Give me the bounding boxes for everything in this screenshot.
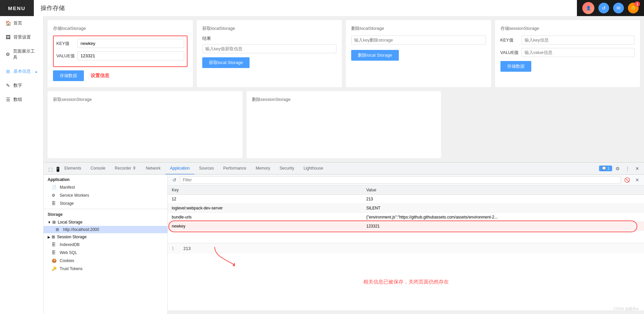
devtools-tab-icons: 💬 1 ⚙ ⋮ ✕ [599,165,641,173]
table-row[interactable]: bundle-urls {"environment.js":"https://g… [168,213,644,222]
dt-toolbar: ↺ 🚫 ✕ [168,175,644,186]
bg-icon: 🖼 [5,35,11,40]
store-session-btn[interactable]: 存储数据 [500,61,531,72]
del-session-title: 删除sessionStorage [252,97,436,103]
session-key-row: KEY值 [500,36,635,45]
dt-storage-header[interactable]: Storage [44,210,167,218]
devtools-panel: ⬚ 📱 Elements Console Recorder 🎙 Network … [44,162,644,314]
manifest-icon: 📄 [52,185,57,190]
dt-value-panel: 1 213 [168,243,644,254]
cards-section: 存储localStorage KEY值 VALUE值 存储数据 设置信息 [44,16,644,91]
row2-val: SILENT [362,204,644,212]
store-localstorage-card: 存储localStorage KEY值 VALUE值 存储数据 设置信息 [48,20,193,87]
tab-security[interactable]: Security [275,163,299,175]
mail-icon[interactable]: ✉ [613,3,624,13]
table-row-newkey[interactable]: newkey 123321 [168,222,644,231]
tab-application[interactable]: Application [165,163,195,175]
dt-indexed-db[interactable]: 🗄 IndexedDB [44,241,167,249]
key-label: KEY值 [56,41,75,47]
key-val-group: KEY值 VALUE值 [53,36,187,67]
get-key-input[interactable] [202,44,337,53]
sidebar-item-home[interactable]: 🏠 首页 [0,16,43,30]
col-val-header: Value [362,186,644,194]
clear-btn[interactable]: 🚫 [622,176,632,184]
sidebar-item-tools[interactable]: ⚙ 页面展示工具 [0,44,43,64]
notification-badge[interactable]: 😊 1 [628,3,639,13]
tab-lighthouse[interactable]: Lighthouse [299,163,328,175]
del-key-input[interactable] [351,36,486,45]
dt-localhost-item[interactable]: ⊞ http://localhost:2000 [44,226,167,233]
tab-performance[interactable]: Performance [219,163,251,175]
tab-sources[interactable]: Sources [194,163,218,175]
dt-app-title: Application [44,175,167,183]
collapse-icon: ▲ [35,70,38,73]
refresh-storage-btn[interactable]: ↺ [170,176,178,184]
device-btn[interactable]: 📱 [53,165,60,172]
tab-elements[interactable]: Elements [60,163,86,175]
sidebar-item-bg[interactable]: 🖼 背景设置 [0,30,43,44]
dt-web-sql[interactable]: 🗄 Web SQL [44,249,167,257]
badge-count: 1 [635,1,640,7]
val-input[interactable] [77,51,184,60]
dt-manifest[interactable]: 📄 Manifest [44,183,167,191]
table-row[interactable]: 12 213 [168,195,644,204]
dt-storage-item[interactable]: 🗄 Storage [44,199,167,207]
delete-btn[interactable]: ✕ [633,176,641,184]
storage-icon: 🗄 [52,201,57,206]
get-session-title: 获取sessionStorage [53,97,237,103]
row3-val: {"environment.js":"https://github.github… [362,213,644,222]
tab-memory[interactable]: Memory [251,163,275,175]
card-title-get: 获取localStorage [202,25,337,32]
close-btn[interactable]: ✕ [633,165,641,173]
row4-key: newkey [168,222,362,231]
dt-session-storage-group[interactable]: ▶ ⊞ Session Storage [44,233,167,241]
tab-network[interactable]: Network [141,163,165,175]
devtools-body: Application 📄 Manifest ⚙ Service Workers… [44,175,644,314]
inspector-btn[interactable]: ⬚ [46,165,53,172]
menu-button[interactable]: MENU [0,0,34,16]
store-data-btn[interactable]: 存储数据 [53,70,84,81]
key-row: KEY值 [56,39,184,48]
line-num: 1 [172,246,174,251]
refresh-icon[interactable]: ↺ [598,3,609,13]
tab-recorder[interactable]: Recorder 🎙 [110,163,141,175]
top-bar: MENU 操作存储 👤 ↺ ✉ 😊 1 [0,0,644,16]
value-display: 213 [183,246,191,251]
table-row[interactable]: loglevel:webpack-dev-server SILENT [168,204,644,213]
session-storage-label: Session Storage [57,235,87,239]
tab-console[interactable]: Console [86,163,110,175]
content-area: 存储localStorage KEY值 VALUE值 存储数据 设置信息 [44,16,644,314]
dt-local-storage-group[interactable]: ▼ ⊞ Local Storage [44,218,167,226]
sidebar-item-array[interactable]: ☰ 数组 [0,92,43,107]
key-input[interactable] [77,39,184,48]
expand-icon: ▼ [48,221,51,224]
settings-btn[interactable]: ⚙ [613,165,622,173]
dt-sidebar: Application 📄 Manifest ⚙ Service Workers… [44,175,168,314]
avatar[interactable]: 👤 [582,2,594,14]
small-cards-row: 获取sessionStorage 删除sessionStorage [44,91,644,162]
session-val-input[interactable] [522,48,635,57]
row2-key: loglevel:webpack-dev-server [168,204,362,212]
tools-icon: ⚙ [5,52,10,57]
del-storage-btn[interactable]: 删除local Storage [351,50,399,61]
row3-key: bundle-urls [168,213,362,222]
page-title: 操作存储 [34,0,577,16]
dt-scrollbar[interactable] [168,311,644,314]
annotation-text: 相关信息已被保存，关闭页面仍然存在 [357,272,455,292]
dt-main: ↺ 🚫 ✕ Key Value 12 213 [168,175,644,314]
filter-input[interactable] [180,176,621,184]
dt-cookies[interactable]: 🍪 Cookies [44,257,167,265]
get-storage-btn[interactable]: 获取local Storage [202,57,250,68]
more-btn[interactable]: ⋮ [623,165,632,173]
set-info-text: 设置信息 [91,73,109,79]
session-key-input[interactable] [522,36,635,45]
sidebar-item-basic[interactable]: ⊞ 基本信息 ▲ [0,64,43,78]
cookies-icon: 🍪 [52,258,57,263]
result-label: 结果 [202,36,337,42]
comments-btn[interactable]: 💬 1 [599,166,612,171]
sidebar-item-number[interactable]: ✎ 数字 [0,78,43,92]
dt-trust-tokens[interactable]: 🔑 Trust Tokens [44,265,167,273]
dt-service-workers[interactable]: ⚙ Service Workers [44,191,167,199]
annotation-area: 相关信息已被保存，关闭页面仍然存在 [168,254,644,311]
grid-icon: ⊞ [5,69,11,74]
